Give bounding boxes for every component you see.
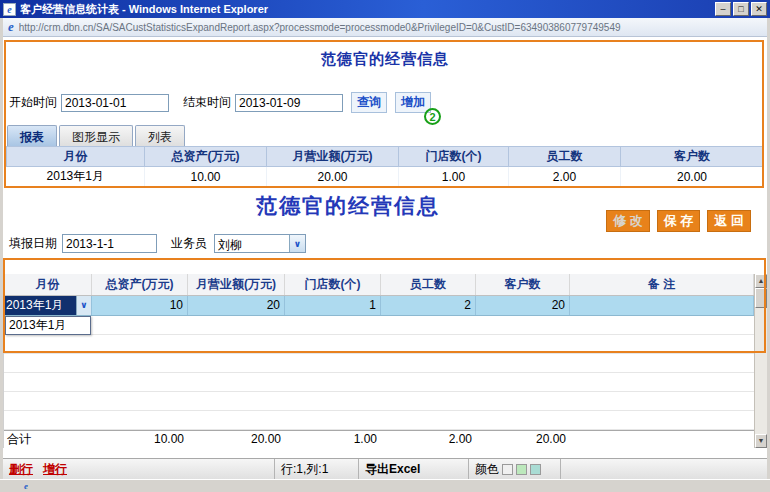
cell-month: 2013年1月 — [7, 167, 145, 187]
grid-col-monthly-revenue: 月营业额(万元) — [188, 274, 285, 295]
col-monthly-revenue: 月营业额(万元) — [267, 147, 399, 167]
add-button[interactable]: 增加 — [395, 92, 431, 113]
address-url[interactable]: http://crm.dbn.cn/SA/SACustStatisticsExp… — [19, 22, 621, 33]
total-remarks — [570, 431, 754, 448]
cell-monthly-revenue: 20.00 — [267, 167, 399, 187]
edit-actions: 修 改 保 存 返 回 — [606, 210, 751, 232]
grid-cell-monthly-revenue[interactable]: 20 — [188, 296, 285, 315]
status-bar: e — [0, 479, 770, 492]
tab-list[interactable]: 列表 — [135, 125, 185, 148]
report-title: 范德官的经营信息 — [3, 50, 767, 69]
month-combobox[interactable]: 2013年1月 ∨ — [4, 296, 92, 315]
color-legend-segment: 颜色 — [469, 459, 561, 479]
color-swatch-green[interactable] — [516, 464, 527, 475]
grid-toolbar: 删行 增行 行:1,列:1 导出Excel 颜色 — [3, 458, 767, 479]
grid-selected-row[interactable]: 2013年1月 ∨ 10 20 1 2 20 — [4, 296, 767, 316]
window-controls: – □ ✕ — [715, 2, 767, 16]
report-date-label: 填报日期 — [9, 235, 57, 252]
grid-col-month: 月份 — [4, 274, 92, 295]
total-store-count: 1.00 — [285, 431, 381, 448]
cell-position-segment: 行:1,列:1 — [275, 459, 359, 479]
month-dropdown-arrow-icon[interactable]: ∨ — [76, 296, 91, 315]
cell-customer-count: 20.00 — [621, 167, 764, 187]
address-bar: e http://crm.dbn.cn/SA/SACustStatisticsE… — [3, 18, 767, 37]
cell-total-assets: 10.00 — [145, 167, 267, 187]
status-ie-icon: e — [24, 481, 28, 491]
export-segment: 导出Excel — [359, 459, 469, 479]
salesman-select[interactable]: 刘柳 ∨ — [214, 234, 306, 253]
grid-header-row: 月份 总资产(万元) 月营业额(万元) 门店数(个) 员工数 客户数 备 注 — [4, 274, 767, 296]
report-table-header: 月份 总资产(万元) 月营业额(万元) 门店数(个) 员工数 客户数 — [7, 147, 764, 167]
month-option[interactable]: 2013年1月 — [6, 317, 90, 334]
tab-graph-display[interactable]: 图形显示 — [59, 125, 133, 148]
month-combobox-value[interactable]: 2013年1月 — [4, 296, 76, 315]
window-title: 客户经营信息统计表 - Windows Internet Explorer — [20, 2, 715, 17]
total-label: 合计 — [4, 431, 92, 448]
export-excel-button[interactable]: 导出Excel — [365, 461, 420, 478]
grid-cell-total-assets[interactable]: 10 — [92, 296, 188, 315]
grid-col-store-count: 门店数(个) — [285, 274, 381, 295]
month-dropdown-list: 2013年1月 — [5, 316, 91, 335]
end-date-label: 结束时间 — [183, 94, 231, 111]
query-button[interactable]: 查询 — [351, 92, 387, 113]
window-frame: e http://crm.dbn.cn/SA/SACustStatisticsE… — [0, 18, 770, 479]
report-tabs: 报表 图形显示 列表 — [7, 125, 187, 148]
grid-empty-row[interactable] — [4, 354, 767, 373]
save-button[interactable]: 保 存 — [657, 210, 701, 232]
maximize-button[interactable]: □ — [733, 2, 749, 16]
color-swatch-gray[interactable] — [502, 464, 513, 475]
col-month: 月份 — [7, 147, 145, 167]
back-button[interactable]: 返 回 — [707, 210, 751, 232]
grid-empty-row[interactable] — [4, 335, 767, 354]
col-store-count: 门店数(个) — [399, 147, 509, 167]
insert-row-button[interactable]: 增行 — [43, 461, 67, 478]
grid-empty-row[interactable] — [4, 392, 767, 411]
grid-empty-row[interactable] — [4, 411, 767, 430]
color-label: 颜色 — [475, 461, 499, 478]
page-content: 范德官的经营信息 开始时间 结束时间 查询 增加 报表 图形显示 列表 — [3, 37, 767, 479]
tab-report[interactable]: 报表 — [7, 125, 57, 148]
grid-col-total-assets: 总资产(万元) — [92, 274, 188, 295]
edit-form: 填报日期 业务员 刘柳 ∨ — [9, 234, 306, 253]
col-total-assets: 总资产(万元) — [145, 147, 267, 167]
salesman-label: 业务员 — [171, 235, 207, 252]
grid-empty-row[interactable] — [4, 316, 767, 335]
delete-row-button[interactable]: 删行 — [9, 461, 33, 478]
ie-icon: e — [8, 19, 14, 35]
grid-col-customer-count: 客户数 — [476, 274, 570, 295]
toolbar-filler — [561, 459, 767, 479]
grid-cell-remarks[interactable] — [570, 296, 754, 315]
scroll-up-icon[interactable]: ▲ — [755, 274, 767, 288]
end-date-input[interactable] — [235, 94, 343, 112]
grid-cell-store-count[interactable]: 1 — [285, 296, 381, 315]
row-edit-segment: 删行 增行 — [3, 459, 275, 479]
close-button[interactable]: ✕ — [751, 2, 767, 16]
browser-window: e 客户经营信息统计表 - Windows Internet Explorer … — [0, 0, 770, 492]
grid-vertical-scrollbar[interactable]: ▲ ▼ — [754, 274, 767, 448]
scroll-thumb[interactable] — [755, 288, 767, 308]
scroll-track[interactable] — [755, 308, 767, 434]
grid-col-employee-count: 员工数 — [381, 274, 476, 295]
cell-store-count: 1.00 — [399, 167, 509, 187]
report-date-input[interactable] — [62, 234, 157, 253]
color-swatch-teal[interactable] — [530, 464, 541, 475]
total-assets: 10.00 — [92, 431, 188, 448]
modify-button[interactable]: 修 改 — [606, 210, 650, 232]
salesman-dropdown-arrow-icon[interactable]: ∨ — [289, 235, 305, 252]
start-date-input[interactable] — [61, 94, 169, 112]
start-date-label: 开始时间 — [9, 94, 57, 111]
grid-empty-row[interactable] — [4, 373, 767, 392]
total-customer-count: 20.00 — [476, 431, 570, 448]
report-table: 月份 总资产(万元) 月营业额(万元) 门店数(个) 员工数 客户数 2013年… — [6, 146, 764, 187]
minimize-button[interactable]: – — [715, 2, 731, 16]
grid-total-row: 合计 10.00 20.00 1.00 2.00 20.00 — [4, 430, 767, 448]
report-filter-form: 开始时间 结束时间 查询 增加 — [9, 92, 431, 113]
table-row[interactable]: 2013年1月 10.00 20.00 1.00 2.00 20.00 — [7, 167, 764, 187]
grid-cell-customer-count[interactable]: 20 — [476, 296, 570, 315]
cell-position: 行:1,列:1 — [281, 461, 328, 478]
window-ie-icon: e — [3, 3, 16, 16]
col-customer-count: 客户数 — [621, 147, 764, 167]
grid-cell-employee-count[interactable]: 2 — [381, 296, 476, 315]
scroll-down-icon[interactable]: ▼ — [755, 434, 767, 448]
cell-employee-count: 2.00 — [509, 167, 621, 187]
